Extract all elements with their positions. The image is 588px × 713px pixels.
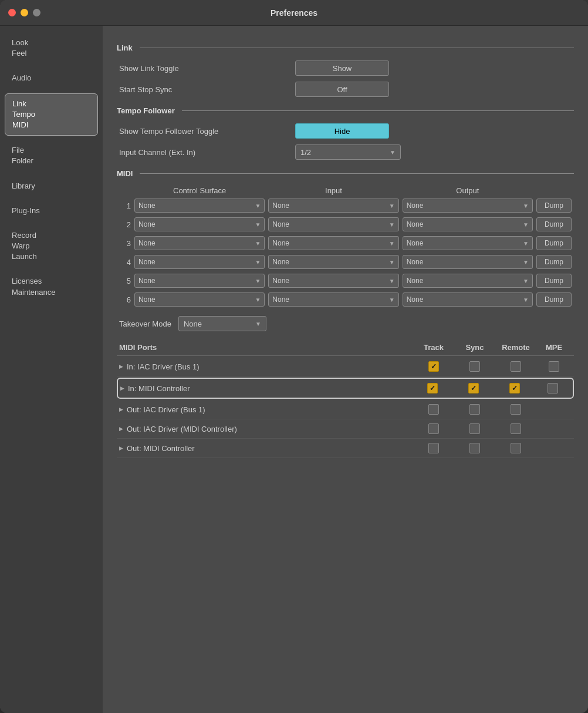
port-mpe-midi-controller-in [535, 383, 570, 394]
start-stop-sync-label: Start Stop Sync [119, 85, 295, 94]
remote-checkbox-midi-controller-out[interactable] [511, 443, 521, 453]
midi-row-2-input[interactable]: None ▼ [268, 217, 398, 231]
midi-row-4-output[interactable]: None ▼ [403, 255, 533, 269]
remote-checkbox-midi-controller-in[interactable] [509, 383, 520, 394]
sync-checkbox-midi-controller-in[interactable] [468, 383, 479, 394]
midi-row-5-dump[interactable]: Dump [536, 274, 572, 288]
midi-table: Control Surface Input Output 1 None ▼ No… [117, 186, 574, 308]
midi-row-1-dump[interactable]: Dump [536, 199, 572, 213]
sidebar-item-audio[interactable]: Audio [5, 68, 98, 88]
mpe-checkbox-iac-bus1-in[interactable] [549, 361, 559, 372]
midi-ports-header: MIDI Ports Track Sync Remote MPE [117, 339, 574, 356]
midi-row-2: 2 None ▼ None ▼ None ▼ Dump [117, 216, 574, 233]
port-row-iac-bus1-out: ▶ Out: IAC Driver (Bus 1) [117, 400, 574, 419]
show-link-toggle-control: Show [295, 60, 389, 76]
midi-row-6-output[interactable]: None ▼ [403, 292, 533, 307]
input-channel-dropdown[interactable]: 1/2 ▼ [295, 144, 401, 160]
midi-row-2-num: 2 [119, 220, 131, 229]
sidebar-item-link-tempo-midi[interactable]: Link Tempo MIDI [5, 93, 98, 136]
port-track-iac-midi-controller-out [413, 423, 454, 434]
maximize-button[interactable] [33, 9, 40, 16]
sync-checkbox-iac-bus1-in[interactable] [469, 361, 480, 372]
remote-checkbox-iac-bus1-in[interactable] [511, 361, 521, 372]
track-checkbox-midi-controller-out[interactable] [428, 443, 439, 453]
midi-row-5-output[interactable]: None ▼ [403, 274, 533, 288]
sync-checkbox-iac-bus1-out[interactable] [469, 404, 480, 415]
track-checkbox-iac-bus1-in[interactable] [428, 361, 439, 372]
main-panel: Link Show Link Toggle Show Start Stop Sy… [103, 26, 588, 713]
show-tempo-follower-button[interactable]: Hide [295, 123, 389, 139]
close-button[interactable] [8, 9, 16, 16]
link-section-header: Link [117, 43, 574, 52]
midi-col-action [536, 186, 572, 195]
midi-row-4-num: 4 [119, 258, 131, 267]
midi-col-control-surface: Control Surface [134, 186, 265, 195]
ports-col-track: Track [413, 343, 454, 352]
sidebar-item-licenses-maintenance[interactable]: Licenses Maintenance [5, 271, 98, 302]
port-expand-icon-3[interactable]: ▶ [119, 406, 123, 412]
midi-row-6-input[interactable]: None ▼ [268, 292, 398, 307]
sync-checkbox-iac-midi-controller-out[interactable] [469, 423, 480, 434]
midi-row-1-input[interactable]: None ▼ [268, 199, 398, 213]
sidebar-item-record-warp-launch[interactable]: Record Warp Launch [5, 226, 98, 267]
track-checkbox-iac-midi-controller-out[interactable] [428, 423, 439, 434]
midi-row-1-out-arrow: ▼ [523, 203, 529, 209]
midi-row-3-input[interactable]: None ▼ [268, 236, 398, 250]
minimize-button[interactable] [21, 9, 28, 16]
input-channel-control: 1/2 ▼ [295, 144, 401, 160]
port-expand-icon-2[interactable]: ▶ [120, 385, 124, 391]
link-section-title: Link [117, 43, 133, 52]
port-name-iac-midi-controller-out: ▶ Out: IAC Driver (MIDI Controller) [119, 425, 413, 433]
midi-header-row: Control Surface Input Output [117, 186, 574, 195]
remote-checkbox-iac-bus1-out[interactable] [511, 404, 521, 415]
midi-row-4-dump[interactable]: Dump [536, 255, 572, 269]
show-link-toggle-button[interactable]: Show [295, 60, 389, 76]
midi-row-1-cs-arrow: ▼ [255, 203, 261, 209]
window-title: Preferences [271, 8, 317, 18]
port-track-midi-controller-out [413, 443, 454, 453]
midi-row-2-dump[interactable]: Dump [536, 217, 572, 231]
track-checkbox-midi-controller-in[interactable] [427, 383, 438, 394]
sidebar-item-look-feel[interactable]: Look Feel [5, 33, 98, 63]
midi-row-4-input[interactable]: None ▼ [268, 255, 398, 269]
midi-row-1-control-surface[interactable]: None ▼ [134, 199, 265, 213]
ports-col-remote: Remote [495, 343, 536, 352]
midi-row-5-control-surface[interactable]: None ▼ [134, 274, 265, 288]
takeover-mode-dropdown[interactable]: None ▼ [178, 316, 266, 331]
midi-row-3-control-surface[interactable]: None ▼ [134, 236, 265, 250]
midi-row-5-input[interactable]: None ▼ [268, 274, 398, 288]
port-track-iac-bus1-out [413, 404, 454, 415]
midi-row-3-dump[interactable]: Dump [536, 236, 572, 250]
port-expand-icon-4[interactable]: ▶ [119, 426, 123, 432]
ports-col-mpe: MPE [536, 343, 572, 352]
start-stop-sync-button[interactable]: Off [295, 82, 389, 97]
midi-col-num [119, 186, 131, 195]
port-expand-icon[interactable]: ▶ [119, 364, 123, 369]
midi-row-1-output[interactable]: None ▼ [403, 199, 533, 213]
midi-row-3-output[interactable]: None ▼ [403, 236, 533, 250]
port-name-iac-bus1-out: ▶ Out: IAC Driver (Bus 1) [119, 405, 413, 414]
midi-row-4-control-surface[interactable]: None ▼ [134, 255, 265, 269]
midi-col-input: Input [268, 186, 398, 195]
midi-row-2-control-surface[interactable]: None ▼ [134, 217, 265, 231]
sidebar-item-file-folder[interactable]: File Folder [5, 140, 98, 171]
midi-row-6-control-surface[interactable]: None ▼ [134, 292, 265, 307]
input-channel-label: Input Channel (Ext. In) [119, 148, 295, 157]
sidebar-item-plug-ins[interactable]: Plug-Ins [5, 201, 98, 221]
remote-checkbox-iac-midi-controller-out[interactable] [511, 423, 521, 434]
tempo-follower-section-title: Tempo Follower [117, 106, 175, 115]
sidebar-item-library[interactable]: Library [5, 176, 98, 196]
show-link-toggle-label: Show Link Toggle [119, 64, 295, 73]
port-expand-icon-5[interactable]: ▶ [119, 445, 123, 451]
midi-row-2-output[interactable]: None ▼ [403, 217, 533, 231]
midi-row-6-dump[interactable]: Dump [536, 292, 572, 307]
port-remote-iac-bus1-in [495, 361, 536, 372]
port-label-2: In: MIDI Controller [128, 384, 190, 393]
track-checkbox-iac-bus1-out[interactable] [428, 404, 439, 415]
sync-checkbox-midi-controller-out[interactable] [469, 443, 480, 453]
midi-row-5: 5 None ▼ None ▼ None ▼ Dump [117, 273, 574, 289]
port-label-4: Out: IAC Driver (MIDI Controller) [127, 425, 237, 433]
mpe-checkbox-midi-controller-in[interactable] [548, 383, 558, 394]
show-link-toggle-row: Show Link Toggle Show [117, 60, 574, 76]
midi-row-3-num: 3 [119, 239, 131, 248]
